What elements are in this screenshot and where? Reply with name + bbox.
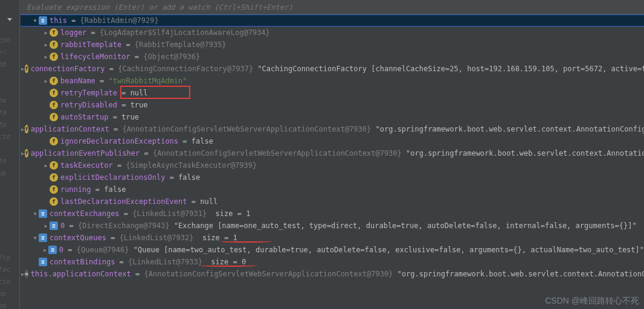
tree-row[interactable]: ▸flastDeclarationExceptionEvent = null [21,196,644,208]
tree-row[interactable]: ▾≡contextQueues = {LinkedList@7932} size… [21,232,644,244]
tree-row-label: lifecycleMonitor = {Object@7936} [60,51,200,63]
field-icon: f [50,89,58,97]
evaluate-expression-input[interactable]: Evaluate expression (Enter) or add a wat… [21,0,644,14]
tree-row-label: ignoreDeclarationExceptions = false [60,135,213,147]
gutter-text: ans.fa [0,109,6,116]
gutter-text: s.facto [0,278,10,285]
object-icon: ≡ [50,221,58,230]
field-icon: f [50,173,58,182]
field-icon: f [50,137,58,145]
tree-row[interactable]: ▸fexplicitDeclarationsOnly = false [21,171,644,183]
gutter-text: nbda>: [0,48,6,56]
tree-row-label: applicationEventPublisher = {AnnotationC… [31,147,644,159]
tree-row-label: contextQueues = {LinkedList@7932} size =… [50,232,237,244]
object-icon: ≡ [39,16,47,25]
tree-row[interactable]: ▾≡this = {RabbitAdmin@7929} [21,14,644,27]
field-icon: f [50,77,58,85]
gutter-text: ry.sup [0,169,6,177]
tree-row[interactable]: ▾≡contextExchanges = {LinkedList@7931} s… [21,208,644,220]
chevron-right-icon[interactable]: ▸ [21,268,25,280]
tree-row[interactable]: ▸frabbitTemplate = {RabbitTemplate@7935} [21,39,644,51]
tree-row-label: connectionFactory = {CachingConnectionFa… [31,63,644,75]
chevron-right-icon[interactable]: ▸ [21,63,25,75]
tree-row[interactable]: ▸ftaskExecutor = {SimpleAsyncTaskExecuto… [21,159,644,171]
object-icon: ≡ [39,234,47,242]
tree-row[interactable]: ▸flogger = {LogAdapter$Slf4jLocationAwar… [21,27,644,39]
chevron-right-icon[interactable]: ▸ [42,220,50,232]
field-icon: f [50,161,58,170]
tree-row-label: autoStartup = true [60,111,139,123]
tree-row-label: retryTemplate = null [60,87,148,99]
tree-row[interactable]: ▸fignoreDeclarationExceptions = false [21,135,644,147]
tree-row[interactable]: ▸≡0 = {Queue@7946} "Queue [name=two_auto… [21,244,644,256]
field-icon: f [50,197,58,206]
tree-row-label: rabbitTemplate = {RabbitTemplate@7935} [60,39,227,51]
field-icon: f [50,28,58,37]
chevron-right-icon[interactable]: ▸ [42,159,50,171]
link-icon: ∞ [25,270,28,278]
gutter-text: ans.fac [0,266,10,273]
tree-row[interactable]: ▸frunning = false [21,183,644,196]
tree-row[interactable]: ▸fconnectionFactory = {CachingConnection… [21,63,644,75]
chevron-right-icon[interactable]: ▸ [42,244,49,256]
gutter-text: .config [0,253,10,261]
gutter-text: s.facto [0,133,10,141]
gutter-text: o.rabb [0,60,6,68]
gutter-text: ork.be [0,97,6,104]
tree-row-label: retryDisabled = true [60,99,148,111]
field-icon: f [50,185,58,194]
gutter-text: ork.be [0,302,6,309]
tree-row-label: running = false [60,183,126,196]
field-icon: f [50,53,58,61]
tree-row[interactable]: ▸≡contextBindings = {LinkedList@7933} si… [21,256,644,268]
gutter-text: y.supp [0,290,6,298]
tree-row-label: this = {RabbitAdmin@7929} [50,15,159,26]
chevron-right-icon[interactable]: ▸ [21,123,25,135]
tree-row-label: 0 = {Queue@7946} "Queue [name=two_auto_t… [59,244,644,256]
variables-tree[interactable]: ▾≡this = {RabbitAdmin@7929}▸flogger = {L… [21,14,644,309]
tree-row[interactable]: ▸fretryTemplate = null [21,87,644,99]
tree-row-label: contextBindings = {LinkedList@7933} size… [50,256,246,268]
tree-row[interactable]: ▸flifecycleMonitor = {Object@7936} [21,51,644,63]
field-icon: f [25,125,28,133]
tree-row-label: contextExchanges = {LinkedList@7931} siz… [50,208,250,220]
object-icon: ≡ [39,209,47,218]
tree-row[interactable]: ▸fapplicationEventPublisher = {Annotatio… [21,147,644,159]
chevron-right-icon[interactable]: ▸ [42,75,50,87]
tree-row-label: taskExecutor = {SimpleAsyncTaskExecutor@… [60,159,257,171]
tree-row-label: lastDeclarationExceptionEvent = null [60,196,217,208]
tree-row[interactable]: ▸fbeanName = "twoRabbitMqAdmin" [21,75,644,87]
object-icon: ≡ [39,258,47,266]
chevron-down-icon[interactable]: ▾ [31,232,39,244]
chevron-down-icon[interactable]: ▾ [31,208,39,220]
tree-row-label: 0 = {DirectExchange@7943} "Exchange [nam… [60,220,637,232]
tree-row[interactable]: ▸fretryDisabled = true [21,99,644,111]
field-icon: f [25,149,28,158]
object-icon: ≡ [48,246,57,254]
field-icon: f [50,101,58,109]
chevron-right-icon[interactable]: ▸ [21,147,25,159]
chevron-right-icon[interactable]: ▸ [42,27,50,39]
watermark: CSDN @峰回路转心不死 [545,296,639,307]
gutter-text: bit.con [0,36,10,44]
tree-row-label: logger = {LogAdapter$Slf4jLocationAwareL… [60,27,270,39]
gutter: bit.con nbda>: o.rabb ork.be ans.fa ans.… [0,0,20,309]
tree-row[interactable]: ▸fautoStartup = true [21,111,644,123]
chevron-right-icon[interactable]: ▸ [42,39,50,51]
chevron-down-icon[interactable] [7,18,12,21]
tree-row-label: explicitDeclarationsOnly = false [60,171,200,183]
gutter-text: ans.fa [0,121,6,129]
gutter-text: nFacto [0,157,6,165]
field-icon: f [25,65,28,73]
tree-row[interactable]: ▸fapplicationContext = {AnnotationConfig… [21,123,644,135]
chevron-right-icon[interactable]: ▸ [42,51,50,63]
debug-panel: Evaluate expression (Enter) or add a wat… [21,0,644,309]
field-icon: f [50,40,58,49]
chevron-down-icon[interactable]: ▾ [31,15,39,26]
tree-row-label: this.applicationContext = {AnnotationCon… [31,268,644,280]
field-icon: f [50,113,58,121]
tree-row[interactable]: ▸∞this.applicationContext = {AnnotationC… [21,268,644,280]
tree-row-label: beanName = "twoRabbitMqAdmin" [60,75,187,87]
tree-row[interactable]: ▸≡0 = {DirectExchange@7943} "Exchange [n… [21,220,644,232]
tree-row-label: applicationContext = {AnnotationConfigSe… [31,123,644,135]
